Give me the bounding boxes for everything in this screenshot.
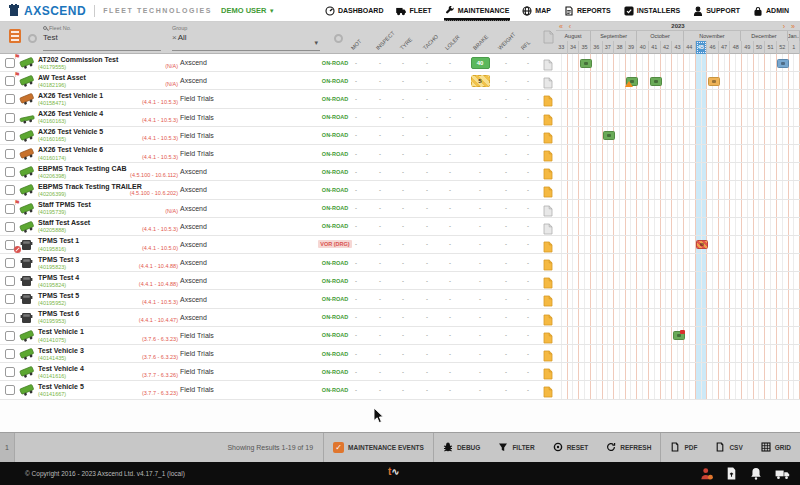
timeline-cell[interactable] bbox=[765, 345, 777, 362]
timeline-cell[interactable] bbox=[556, 254, 568, 271]
timeline-cell[interactable] bbox=[684, 381, 696, 398]
timeline-cell[interactable] bbox=[742, 218, 754, 235]
timeline-cell[interactable] bbox=[626, 309, 638, 326]
timeline-cell[interactable] bbox=[568, 381, 580, 398]
timeline-cell[interactable] bbox=[684, 327, 696, 344]
timeline-cell[interactable] bbox=[754, 254, 766, 271]
table-row[interactable]: TPMS Test 4(40195824)(4.4.1 - 10.4.88)Ax… bbox=[0, 272, 800, 290]
timeline-cell[interactable] bbox=[591, 309, 603, 326]
row-checkbox[interactable] bbox=[5, 113, 15, 123]
timeline-cell[interactable] bbox=[730, 163, 742, 180]
table-row[interactable]: ⚑AW Test Asset(40182196)(N/A)AxscendON-R… bbox=[0, 72, 800, 90]
timeline-cell[interactable] bbox=[579, 109, 591, 126]
timeline-cell[interactable] bbox=[684, 181, 696, 198]
timeline-cell[interactable] bbox=[614, 163, 626, 180]
timeline-cell[interactable] bbox=[579, 363, 591, 380]
timeline-cell[interactable] bbox=[765, 54, 777, 71]
csv-button[interactable]: CSV bbox=[706, 433, 751, 462]
timeline-cell[interactable] bbox=[591, 163, 603, 180]
timeline-cell[interactable] bbox=[614, 236, 626, 253]
row-checkbox[interactable] bbox=[5, 331, 15, 341]
timeline-cell[interactable] bbox=[614, 290, 626, 307]
timeline-cell[interactable] bbox=[696, 163, 708, 180]
timeline-cell[interactable] bbox=[556, 309, 568, 326]
timeline-cell[interactable] bbox=[719, 254, 731, 271]
timeline-cell[interactable] bbox=[765, 109, 777, 126]
table-row[interactable]: TPMS Test 3(40195823)(4.4.1 - 10.4.88)Ax… bbox=[0, 254, 800, 272]
timeline-prev-buttons[interactable]: « ‹ bbox=[559, 22, 573, 31]
row-checkbox[interactable] bbox=[5, 367, 15, 377]
timeline-cell[interactable] bbox=[579, 254, 591, 271]
timeline-cell[interactable] bbox=[579, 181, 591, 198]
fleet-no-field[interactable]: Fleet No. Test bbox=[43, 25, 161, 51]
timeline-cell[interactable] bbox=[777, 90, 789, 107]
column-header-mot[interactable]: MOT bbox=[350, 38, 363, 51]
timeline-cell[interactable] bbox=[579, 345, 591, 362]
timeline-cell[interactable] bbox=[742, 236, 754, 253]
timeline-cell[interactable] bbox=[556, 109, 568, 126]
timeline-cell[interactable] bbox=[661, 272, 673, 289]
timeline-cell[interactable] bbox=[661, 90, 673, 107]
timeline-cell[interactable] bbox=[556, 363, 568, 380]
timeline-cell[interactable] bbox=[649, 181, 661, 198]
vehicle-name[interactable]: TPMS Test 4 bbox=[38, 274, 79, 281]
timeline-cell[interactable] bbox=[614, 218, 626, 235]
timeline-cell[interactable] bbox=[672, 254, 684, 271]
column-header-brake[interactable]: BRAKE bbox=[472, 34, 489, 51]
timeline-cell[interactable] bbox=[789, 90, 800, 107]
timeline-cell[interactable] bbox=[637, 290, 649, 307]
timeline-week-52[interactable]: 52 bbox=[777, 41, 789, 54]
timeline-cell[interactable] bbox=[603, 272, 615, 289]
timeline-cell[interactable] bbox=[765, 327, 777, 344]
timeline-cell[interactable] bbox=[707, 200, 719, 217]
timeline-cell[interactable] bbox=[603, 72, 615, 89]
timeline-cell[interactable] bbox=[789, 109, 800, 126]
timeline-cell[interactable] bbox=[614, 381, 626, 398]
timeline-cell[interactable] bbox=[603, 145, 615, 162]
timeline-cell[interactable] bbox=[556, 327, 568, 344]
timeline-cell[interactable] bbox=[754, 290, 766, 307]
timeline-cell[interactable] bbox=[789, 345, 800, 362]
bell-icon[interactable] bbox=[750, 466, 762, 484]
timeline-cell[interactable] bbox=[637, 90, 649, 107]
timeline-cell[interactable] bbox=[719, 381, 731, 398]
table-row[interactable]: Staff Test Asset(40205888)(4.4.1 - 10.5.… bbox=[0, 218, 800, 236]
row-checkbox[interactable] bbox=[5, 185, 15, 195]
timeline-cell[interactable] bbox=[742, 181, 754, 198]
nav-fleet[interactable]: FLEET bbox=[395, 3, 432, 19]
timeline-cell[interactable] bbox=[591, 200, 603, 217]
vehicle-name[interactable]: EBPMS Track Testing TRAILER bbox=[38, 183, 142, 190]
timeline-cell[interactable] bbox=[696, 200, 708, 217]
timeline-cell[interactable] bbox=[626, 345, 638, 362]
timeline-cell[interactable] bbox=[637, 127, 649, 144]
timeline-cell[interactable] bbox=[754, 72, 766, 89]
timeline-cell[interactable] bbox=[742, 200, 754, 217]
timeline-cell[interactable] bbox=[707, 272, 719, 289]
timeline-cell[interactable] bbox=[672, 54, 684, 71]
timeline-cell[interactable] bbox=[556, 145, 568, 162]
timeline-cell[interactable] bbox=[707, 145, 719, 162]
timeline-cell[interactable] bbox=[730, 90, 742, 107]
timeline-cell[interactable] bbox=[568, 200, 580, 217]
timeline-cell[interactable] bbox=[614, 181, 626, 198]
timeline-cell[interactable] bbox=[672, 272, 684, 289]
row-checkbox[interactable] bbox=[5, 294, 15, 304]
timeline-week-42[interactable]: 42 bbox=[661, 41, 673, 54]
timeline-cell[interactable] bbox=[789, 327, 800, 344]
timeline-cell[interactable] bbox=[626, 109, 638, 126]
timeline-cell[interactable] bbox=[684, 145, 696, 162]
timeline-cell[interactable] bbox=[719, 290, 731, 307]
timeline-cell[interactable] bbox=[603, 54, 615, 71]
timeline-cell[interactable] bbox=[765, 127, 777, 144]
vehicle-name[interactable]: AX26 Test Vehicle 4 bbox=[38, 110, 103, 117]
timeline-cell[interactable] bbox=[684, 363, 696, 380]
timeline-cell[interactable] bbox=[730, 181, 742, 198]
column-header-tacho[interactable]: TACHO bbox=[422, 33, 440, 51]
timeline-cell[interactable] bbox=[556, 127, 568, 144]
timeline-week-51[interactable]: 51 bbox=[765, 41, 777, 54]
timeline-cell[interactable] bbox=[603, 181, 615, 198]
timeline-cell[interactable] bbox=[603, 254, 615, 271]
timeline-cell[interactable] bbox=[754, 54, 766, 71]
timeline-cell[interactable] bbox=[603, 309, 615, 326]
timeline-cell[interactable] bbox=[591, 54, 603, 71]
